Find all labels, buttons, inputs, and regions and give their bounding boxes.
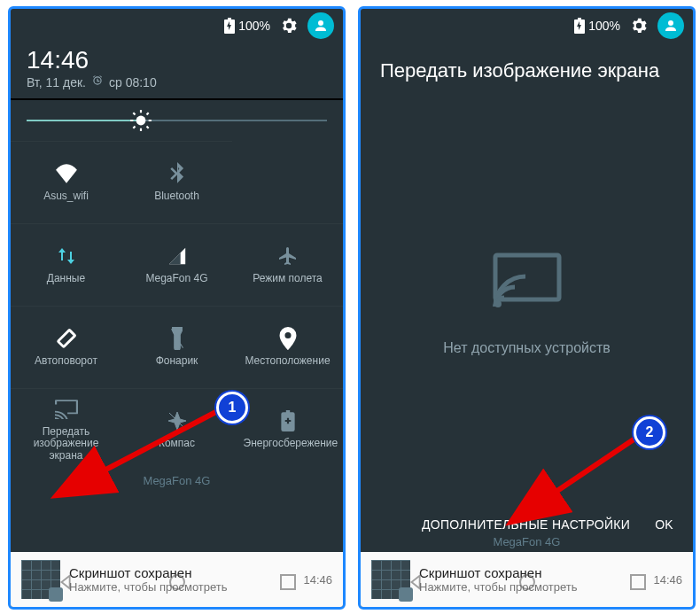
tile-wifi[interactable]: Asus_wifi bbox=[11, 141, 121, 223]
settings-gear-icon[interactable] bbox=[279, 16, 299, 35]
cast-ok-button[interactable]: OK bbox=[655, 517, 673, 532]
battery-indicator: 100% bbox=[574, 18, 620, 34]
status-bar: 100% bbox=[11, 9, 343, 43]
battery-charging-icon bbox=[224, 18, 235, 34]
cast-empty-text: Нет доступных устройств bbox=[443, 340, 611, 356]
tile-signal[interactable]: MegaFon 4G bbox=[121, 223, 232, 306]
notification-subtitle: Нажмите, чтобы просмотреть bbox=[419, 580, 644, 594]
carrier-label: MegaFon 4G bbox=[361, 532, 693, 552]
alarm-time: ср 08:10 bbox=[109, 75, 157, 89]
quick-settings-panel: 100% 14:46 Вт, 11 дек. ср 08:10 bbox=[8, 6, 346, 610]
tile-bluetooth[interactable]: Bluetooth bbox=[121, 141, 232, 223]
notification-title: Скриншот сохранен bbox=[69, 565, 294, 580]
svg-line-16 bbox=[549, 432, 644, 496]
notification-thumbnail-icon bbox=[371, 560, 410, 599]
clock-area: 14:46 Вт, 11 дек. ср 08:10 bbox=[11, 43, 343, 98]
notification-thumbnail-icon bbox=[21, 560, 60, 599]
tile-label: Режим полета bbox=[253, 273, 323, 284]
notification-title: Скриншот сохранен bbox=[419, 565, 644, 580]
battery-percent: 100% bbox=[238, 19, 270, 33]
user-avatar-icon[interactable] bbox=[307, 12, 334, 39]
tile-label: Местоположение bbox=[245, 355, 330, 367]
tile-data[interactable]: Данные bbox=[11, 223, 121, 306]
alarm-icon bbox=[91, 74, 104, 89]
battery-indicator: 100% bbox=[224, 18, 270, 34]
notification-time: 14:46 bbox=[303, 573, 332, 587]
annotation-badge-2: 2 bbox=[634, 416, 665, 448]
status-bar: 100% bbox=[361, 9, 693, 43]
settings-gear-icon[interactable] bbox=[629, 16, 649, 35]
clock-time: 14:46 bbox=[27, 46, 327, 74]
tile-flashlight[interactable]: Фонарик bbox=[121, 306, 232, 388]
svg-line-8 bbox=[146, 113, 148, 114]
rotate-icon bbox=[55, 327, 78, 350]
tile-label: MegaFon 4G bbox=[145, 273, 207, 284]
svg-line-7 bbox=[133, 127, 135, 128]
tile-label: Автоповорот bbox=[35, 355, 97, 367]
location-icon bbox=[276, 327, 299, 350]
cast-icon bbox=[55, 398, 78, 421]
tile-label: Энергосбережение bbox=[244, 438, 332, 449]
notification-time: 14:46 bbox=[653, 573, 682, 587]
svg-line-6 bbox=[146, 127, 148, 128]
cast-title: Передать изображение экрана bbox=[361, 43, 693, 90]
airplane-icon bbox=[276, 245, 299, 268]
data-arrows-icon bbox=[55, 245, 78, 268]
annotation-badge-1: 1 bbox=[216, 392, 248, 424]
svg-rect-12 bbox=[495, 255, 559, 299]
user-avatar-icon[interactable] bbox=[657, 12, 684, 39]
battery-percent: 100% bbox=[588, 19, 620, 33]
battery-charging-icon bbox=[574, 18, 585, 34]
tile-label: Фонарик bbox=[156, 355, 198, 367]
notification[interactable]: Скриншот сохранен Нажмите, чтобы просмот… bbox=[11, 552, 343, 607]
tile-battery-saver[interactable]: Энергосбережение bbox=[232, 388, 343, 470]
tile-label: Данные bbox=[47, 273, 85, 284]
cast-large-icon bbox=[492, 252, 563, 314]
svg-line-11 bbox=[97, 406, 228, 474]
signal-icon bbox=[166, 245, 189, 268]
cast-dialog-panel: 100% Передать изображение экрана Нет дос… bbox=[358, 6, 696, 610]
svg-point-13 bbox=[494, 300, 502, 307]
tile-rotate[interactable]: Автоповорот bbox=[11, 306, 121, 388]
tile-label: Bluetooth bbox=[154, 190, 199, 202]
tile-airplane[interactable]: Режим полета bbox=[232, 223, 343, 306]
bluetooth-icon bbox=[166, 162, 189, 185]
cast-more-settings-button[interactable]: ДОПОЛНИТЕЛЬНЫЕ НАСТРОЙКИ bbox=[422, 517, 630, 532]
tile-location[interactable]: Местоположение bbox=[232, 306, 343, 388]
svg-point-0 bbox=[136, 116, 145, 126]
svg-line-5 bbox=[133, 113, 135, 114]
wifi-icon bbox=[55, 162, 78, 185]
tile-label: Asus_wifi bbox=[43, 190, 89, 202]
clock-date: Вт, 11 дек. bbox=[27, 75, 86, 89]
battery-saver-icon bbox=[276, 409, 299, 432]
clock-subtitle: Вт, 11 дек. ср 08:10 bbox=[27, 74, 327, 89]
brightness-slider[interactable] bbox=[11, 100, 343, 141]
flashlight-icon bbox=[166, 327, 189, 350]
notification[interactable]: Скриншот сохранен Нажмите, чтобы просмот… bbox=[361, 552, 693, 607]
notification-subtitle: Нажмите, чтобы просмотреть bbox=[69, 580, 294, 594]
brightness-thumb-icon[interactable] bbox=[129, 109, 152, 132]
